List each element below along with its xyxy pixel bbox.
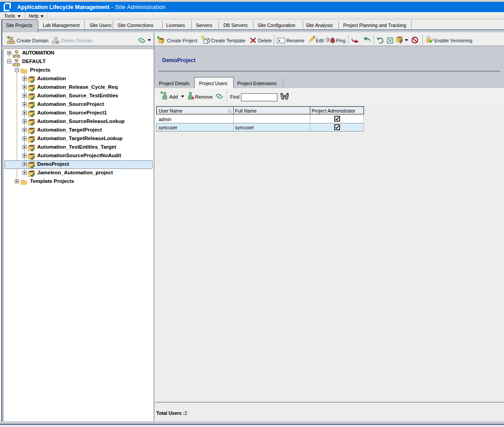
svg-text:x: x	[278, 38, 281, 43]
